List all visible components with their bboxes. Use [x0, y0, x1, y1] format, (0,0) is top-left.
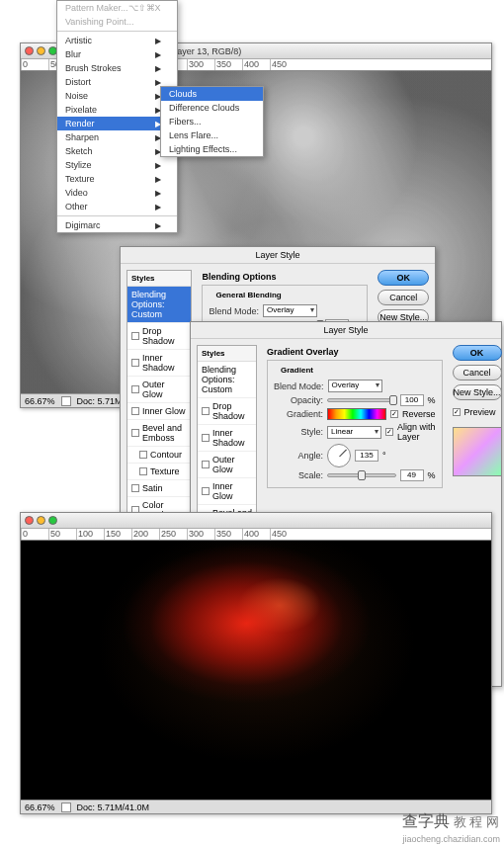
scale-slider[interactable] — [327, 473, 396, 477]
menu-item-video[interactable]: Video▶ — [57, 186, 177, 200]
minimize-icon[interactable] — [37, 516, 45, 525]
general-blending-label: General Blending — [212, 291, 284, 299]
blend-mode-label: Blend Mode: — [209, 306, 259, 316]
opacity-input[interactable]: 100 — [400, 394, 424, 406]
menu-item-pixelate[interactable]: Pixelate▶ — [57, 103, 177, 117]
menu-item-brush-strokes[interactable]: Brush Strokes▶ — [57, 61, 177, 75]
dialog-title: Layer Style — [121, 247, 435, 264]
menu-item-sharpen[interactable]: Sharpen▶ — [57, 130, 177, 144]
reverse-label: Reverse — [402, 409, 436, 419]
blend-mode-select[interactable]: Overlay — [263, 304, 317, 317]
blend-mode-select[interactable]: Overlay — [328, 380, 382, 392]
opacity-label: Opacity: — [274, 395, 323, 405]
menu-item-stylize[interactable]: Stylize▶ — [57, 158, 177, 172]
cancel-button[interactable]: Cancel — [378, 290, 429, 305]
titlebar[interactable] — [21, 513, 491, 529]
zoom-level[interactable]: 66.67% — [25, 396, 55, 406]
gradient-preview-swatch — [453, 427, 502, 476]
reverse-checkbox[interactable] — [390, 410, 398, 418]
close-icon[interactable] — [25, 46, 34, 55]
document-window-nebula: 050100150200250300350400450 66.67% Doc: … — [20, 512, 492, 814]
navigator-icon[interactable] — [61, 803, 71, 812]
styles-row-inner-glow[interactable]: Inner Glow — [127, 403, 191, 420]
new-style-button[interactable]: New Style... — [453, 384, 502, 400]
menu-item-distort[interactable]: Distort▶ — [57, 75, 177, 89]
styles-header: Styles — [127, 271, 191, 287]
styles-header: Styles — [198, 346, 256, 362]
styles-row-inner-shadow[interactable]: Inner Shadow — [198, 425, 256, 452]
doc-size: Doc: 5.71M/41.0M — [77, 803, 150, 812]
render-submenu[interactable]: Clouds Difference Clouds Fibers... Lens … — [160, 86, 264, 157]
scale-input[interactable]: 49 — [400, 469, 424, 481]
cancel-button[interactable]: Cancel — [453, 365, 502, 381]
section-title: Gradient Overlay — [267, 347, 443, 357]
submenu-item-lighting-effects[interactable]: Lighting Effects... — [161, 142, 263, 156]
style-label: Style: — [274, 427, 323, 437]
styles-row-satin[interactable]: Satin — [127, 480, 191, 497]
navigator-icon[interactable] — [61, 396, 71, 406]
preview-checkbox[interactable] — [453, 408, 461, 416]
scale-label: Scale: — [274, 470, 323, 480]
menu-item-artistic[interactable]: Artistic▶ — [57, 34, 177, 47]
style-select[interactable]: Linear — [327, 426, 381, 439]
menu-item-pattern-maker[interactable]: Pattern Maker...⌥⇧⌘X — [57, 1, 177, 15]
opacity-slider[interactable] — [327, 398, 396, 402]
menu-item-sketch[interactable]: Sketch▶ — [57, 144, 177, 158]
zoom-level[interactable]: 66.67% — [25, 803, 55, 812]
canvas-nebula[interactable] — [21, 541, 491, 800]
minimize-icon[interactable] — [37, 46, 45, 55]
zoom-icon[interactable] — [48, 516, 57, 525]
styles-row-inner-glow[interactable]: Inner Glow — [198, 478, 256, 505]
watermark: 查字典 教 程 网 jiaocheng.chazidian.com — [402, 811, 500, 844]
preview-label: Preview — [464, 407, 496, 417]
styles-row-bevel-emboss[interactable]: Bevel and Emboss — [127, 420, 191, 447]
ok-button[interactable]: OK — [453, 345, 502, 361]
submenu-item-clouds[interactable]: Clouds — [161, 87, 263, 101]
styles-row-outer-glow[interactable]: Outer Glow — [127, 377, 191, 403]
dialog-title: Layer Style — [191, 322, 501, 339]
gradient-head: Gradient — [278, 366, 316, 375]
align-checkbox[interactable] — [385, 428, 393, 436]
angle-label: Angle: — [274, 451, 323, 461]
menu-item-noise[interactable]: Noise▶ — [57, 89, 177, 103]
menu-item-blur[interactable]: Blur▶ — [57, 47, 177, 61]
angle-input[interactable]: 135 — [355, 450, 378, 462]
ruler-top: 050100150200250300350400450 — [21, 529, 491, 541]
styles-row-outer-glow[interactable]: Outer Glow — [198, 452, 256, 478]
styles-row-blending-options[interactable]: Blending Options: Custom — [127, 287, 191, 323]
styles-row-texture[interactable]: Texture — [127, 464, 191, 480]
styles-row-drop-shadow[interactable]: Drop Shadow — [127, 323, 191, 350]
styles-row-drop-shadow[interactable]: Drop Shadow — [198, 398, 256, 425]
blend-mode-label: Blend Mode: — [274, 381, 324, 391]
submenu-item-fibers[interactable]: Fibers... — [161, 115, 263, 128]
ok-button[interactable]: OK — [378, 270, 429, 286]
submenu-item-lens-flare[interactable]: Lens Flare... — [161, 128, 263, 142]
section-title: Blending Options — [202, 272, 368, 282]
styles-row-blending-options[interactable]: Blending Options: Custom — [198, 362, 256, 398]
close-icon[interactable] — [25, 516, 34, 525]
menu-item-vanishing-point[interactable]: Vanishing Point... — [57, 15, 177, 29]
menu-item-other[interactable]: Other▶ — [57, 200, 177, 213]
gradient-label: Gradient: — [274, 409, 323, 419]
angle-dial[interactable] — [327, 444, 351, 467]
menu-item-texture[interactable]: Texture▶ — [57, 172, 177, 186]
styles-row-inner-shadow[interactable]: Inner Shadow — [127, 350, 191, 377]
submenu-item-difference-clouds[interactable]: Difference Clouds — [161, 101, 263, 115]
styles-row-contour[interactable]: Contour — [127, 447, 191, 464]
menu-item-render[interactable]: Render▶ — [57, 117, 177, 130]
gradient-picker[interactable] — [327, 408, 386, 420]
align-label: Align with Layer — [397, 422, 436, 442]
menu-item-digimarc[interactable]: Digimarc▶ — [57, 218, 177, 232]
